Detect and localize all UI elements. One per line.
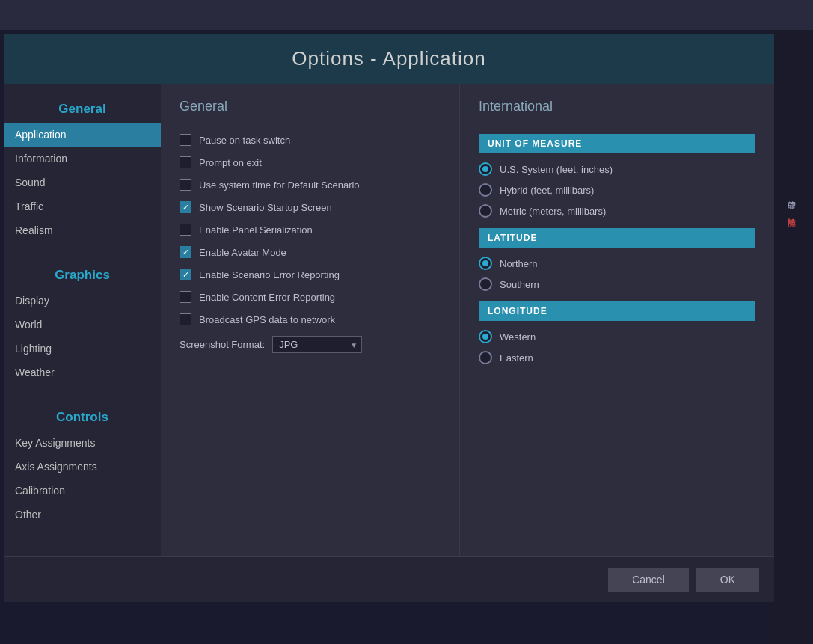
checkbox-scenario-error-label: Enable Scenario Error Reporting <box>199 269 340 280</box>
radio-hybrid-btn[interactable] <box>479 183 492 197</box>
radio-northern[interactable]: Northern <box>479 257 755 270</box>
checkbox-content-error-box[interactable] <box>180 291 191 303</box>
sidebar-item-traffic[interactable]: Traffic <box>4 194 161 218</box>
longitude-section-bar: LONGITUDE <box>479 301 755 321</box>
checkbox-broadcast-gps-label: Broadcast GPS data to network <box>199 314 335 325</box>
checkbox-content-error[interactable]: Enable Content Error Reporting <box>180 291 441 303</box>
sidebar-general-title: General <box>4 91 161 123</box>
checkbox-pause-task-box[interactable] <box>180 134 191 146</box>
screenshot-format-select[interactable]: JPG PNG BMP <box>272 336 362 353</box>
checkbox-pause-task[interactable]: Pause on task switch <box>180 134 441 146</box>
checkbox-prompt-exit-box[interactable] <box>180 156 191 168</box>
checkbox-show-startup-box[interactable] <box>180 201 191 213</box>
sidebar-item-display[interactable]: Display <box>4 289 161 313</box>
cancel-button[interactable]: Cancel <box>608 568 689 592</box>
sidebar-graphics-title: Graphics <box>4 257 161 289</box>
checkbox-prompt-exit[interactable]: Prompt on exit <box>180 156 441 168</box>
sidebar-divider-2 <box>4 384 161 399</box>
top-strip <box>0 0 813 30</box>
sidebar-item-lighting[interactable]: Lighting <box>4 337 161 361</box>
checkbox-system-time[interactable]: Use system time for Default Scenario <box>180 179 441 191</box>
radio-us-system[interactable]: U.S. System (feet, inches) <box>479 162 755 176</box>
checkbox-scenario-error[interactable]: Enable Scenario Error Reporting <box>180 269 441 280</box>
checkbox-show-startup[interactable]: Show Scenario Startup Screen <box>180 201 441 213</box>
radio-us-system-btn[interactable] <box>479 162 492 176</box>
radio-eastern-btn[interactable] <box>479 351 492 364</box>
radio-eastern-label: Eastern <box>500 352 533 364</box>
international-panel-title: International <box>479 99 755 120</box>
general-panel-title: General <box>180 99 441 120</box>
right-text-2: 经济舱 <box>786 211 797 213</box>
radio-western[interactable]: Western <box>479 330 755 343</box>
general-panel: General Pause on task switch Prompt on e… <box>161 84 460 556</box>
sidebar-item-application[interactable]: Application <box>4 123 161 147</box>
sidebar-item-sound[interactable]: Sound <box>4 171 161 194</box>
radio-southern-btn[interactable] <box>479 277 492 291</box>
sidebar-item-key-assignments[interactable]: Key Assignments <box>4 431 161 455</box>
unit-section-bar: UNIT OF MEASURE <box>479 134 755 153</box>
sidebar-item-realism[interactable]: Realism <box>4 218 161 242</box>
sidebar-item-calibration[interactable]: Calibration <box>4 479 161 503</box>
checkbox-system-time-box[interactable] <box>180 179 191 191</box>
radio-metric-btn[interactable] <box>479 204 492 218</box>
checkbox-panel-serial-box[interactable] <box>180 224 191 236</box>
screenshot-format-row: Screenshot Format: JPG PNG BMP <box>180 336 441 353</box>
international-panel: International UNIT OF MEASURE U.S. Syste… <box>460 84 774 556</box>
dialog-title: Options - Application <box>4 47 774 70</box>
title-bar: Options - Application <box>4 34 774 84</box>
sidebar-item-world[interactable]: World <box>4 313 161 337</box>
screenshot-format-label: Screenshot Format: <box>180 339 265 350</box>
main-panels: General Pause on task switch Prompt on e… <box>161 84 774 556</box>
radio-metric[interactable]: Metric (meters, millibars) <box>479 204 755 218</box>
radio-hybrid-label: Hybrid (feet, millibars) <box>500 185 594 196</box>
radio-eastern[interactable]: Eastern <box>479 351 755 364</box>
sidebar-divider-1 <box>4 242 161 257</box>
checkbox-avatar-mode-label: Enable Avatar Mode <box>199 247 286 258</box>
checkbox-panel-serial[interactable]: Enable Panel Serialization <box>180 224 441 236</box>
radio-hybrid[interactable]: Hybrid (feet, millibars) <box>479 183 755 197</box>
radio-southern[interactable]: Southern <box>479 277 755 291</box>
checkbox-broadcast-gps-box[interactable] <box>180 313 191 325</box>
latitude-section-bar: LATITUDE <box>479 228 755 248</box>
sidebar: General Application Information Sound Tr… <box>4 84 161 556</box>
checkbox-avatar-mode-box[interactable] <box>180 246 191 258</box>
footer: Cancel OK <box>4 556 774 602</box>
sidebar-item-axis-assignments[interactable]: Axis Assignments <box>4 455 161 479</box>
right-side-bar: 管理 经济舱 <box>770 0 813 644</box>
right-text-1: 管理 <box>786 194 797 196</box>
checkbox-system-time-label: Use system time for Default Scenario <box>199 180 360 191</box>
checkbox-broadcast-gps[interactable]: Broadcast GPS data to network <box>180 313 441 325</box>
checkbox-show-startup-label: Show Scenario Startup Screen <box>199 202 332 213</box>
content-area: General Application Information Sound Tr… <box>4 84 774 556</box>
checkbox-panel-serial-label: Enable Panel Serialization <box>199 224 313 236</box>
radio-western-label: Western <box>500 331 536 343</box>
sidebar-item-information[interactable]: Information <box>4 147 161 171</box>
sidebar-item-other[interactable]: Other <box>4 503 161 527</box>
checkbox-content-error-label: Enable Content Error Reporting <box>199 292 335 303</box>
radio-northern-label: Northern <box>500 258 538 269</box>
radio-metric-label: Metric (meters, millibars) <box>500 206 606 217</box>
radio-us-system-label: U.S. System (feet, inches) <box>500 164 613 175</box>
ok-button[interactable]: OK <box>696 568 759 592</box>
radio-northern-btn[interactable] <box>479 257 492 270</box>
sidebar-item-weather[interactable]: Weather <box>4 361 161 384</box>
checkbox-scenario-error-box[interactable] <box>180 269 191 280</box>
checkbox-prompt-exit-label: Prompt on exit <box>199 157 262 168</box>
checkbox-pause-task-label: Pause on task switch <box>199 135 290 146</box>
options-dialog: Options - Application General Applicatio… <box>4 34 774 602</box>
sidebar-controls-title: Controls <box>4 399 161 431</box>
radio-southern-label: Southern <box>500 279 539 290</box>
screenshot-format-dropdown-wrapper: JPG PNG BMP <box>272 336 362 353</box>
checkbox-avatar-mode[interactable]: Enable Avatar Mode <box>180 246 441 258</box>
radio-western-btn[interactable] <box>479 330 492 343</box>
